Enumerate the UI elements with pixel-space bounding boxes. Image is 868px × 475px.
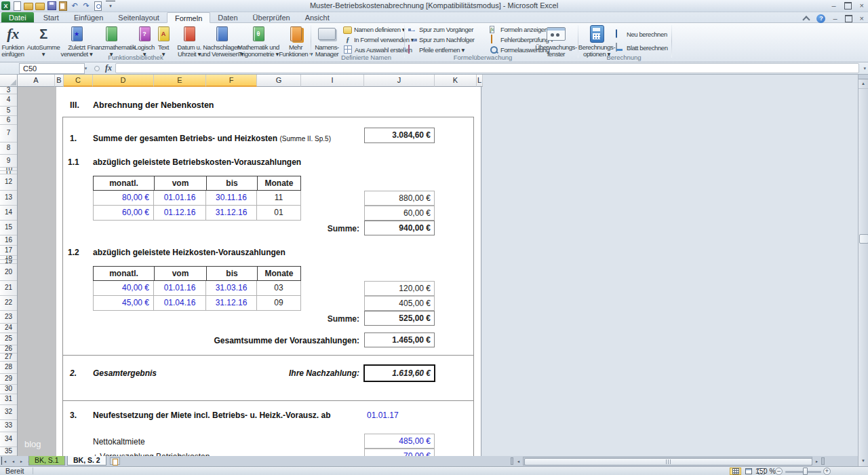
tab-ansicht[interactable]: Ansicht (298, 12, 337, 22)
row-header-14[interactable]: 14 (0, 206, 17, 221)
row-header-28[interactable]: 28 (0, 362, 17, 374)
normal-view-icon[interactable] (730, 468, 741, 475)
row-header-32[interactable]: 32 (0, 405, 17, 420)
row-header-24[interactable]: 24 (0, 324, 17, 333)
row-header-7[interactable]: 7 (0, 125, 17, 142)
workbook-restore-icon[interactable] (845, 15, 852, 22)
cell-hk-monatl-1[interactable]: 40,00 € (94, 281, 154, 295)
cell-hk-vom-2[interactable]: 01.04.16 (154, 296, 206, 310)
remove-arrows-button[interactable]: Pfeile entfernen ▾ (408, 45, 465, 54)
tab-start[interactable]: Start (36, 12, 66, 22)
cell-bk-bis-2[interactable]: 31.12.16 (206, 206, 257, 220)
calculate-now-button[interactable]: Neu berechnen (616, 29, 667, 39)
row-header-29[interactable]: 29 (0, 374, 17, 385)
cell-bk-monatl-1[interactable]: 80,00 € (94, 191, 154, 205)
zoom-in-icon[interactable]: + (823, 468, 831, 475)
cell-hk-bis-1[interactable]: 31.03.16 (206, 281, 257, 295)
tab-einfuegen[interactable]: Einfügen (66, 12, 111, 22)
cell-bk-monatl-2[interactable]: 60,00 € (94, 206, 154, 220)
cell-bk-sum[interactable]: 940,00 € (364, 221, 435, 235)
zoom-out-icon[interactable]: – (775, 468, 783, 475)
open-folder-icon[interactable] (24, 1, 33, 11)
column-header-K[interactable]: K (435, 75, 477, 87)
cell-hk-sum[interactable]: 525,00 € (364, 311, 435, 326)
autosum-button[interactable]: Σ AutoSumme ▾ (27, 24, 60, 60)
zoom-slider-thumb[interactable] (803, 468, 808, 475)
expand-formula-bar-icon[interactable]: ▾ (863, 66, 866, 71)
name-box[interactable]: C50 (19, 63, 85, 74)
row-header-20[interactable]: 20 (0, 264, 17, 281)
minimize-icon[interactable]: – (831, 1, 835, 10)
insert-worksheet-icon[interactable] (110, 457, 120, 465)
scroll-down-icon[interactable]: ▼ (858, 456, 868, 466)
row-header-16[interactable]: 16 (0, 235, 17, 246)
use-in-formula-button[interactable]: ƒ In Formel verwenden ▾ (343, 35, 414, 44)
minimize-ribbon-icon[interactable] (803, 16, 810, 23)
cell-total-prepayments[interactable]: 1.465,00 € (364, 332, 435, 347)
close-icon[interactable]: × (860, 1, 864, 10)
vertical-split-handle[interactable] (859, 75, 868, 79)
cell-vorauszahlung-bk[interactable]: 70,00 € (364, 449, 435, 456)
column-header-D[interactable]: D (93, 75, 154, 87)
print-preview-icon[interactable] (93, 1, 102, 11)
trace-precedents-button[interactable]: → Spur zum Vorgänger (408, 24, 473, 34)
define-name-button[interactable]: Namen definieren ▾ (343, 24, 405, 34)
column-header-I[interactable]: I (301, 75, 364, 87)
row-header-8[interactable]: 8 (0, 142, 17, 155)
tab-seitenlayout[interactable]: Seitenlayout (111, 12, 167, 22)
column-header-B[interactable]: B (55, 75, 64, 87)
cell-result[interactable]: 1.619,60 € (363, 364, 435, 382)
cell-bk-vom-1[interactable]: 01.01.16 (154, 191, 206, 205)
name-box-dropdown-icon[interactable]: ▾ (81, 63, 90, 74)
trace-dependents-button[interactable]: → Spur zum Nachfolger (408, 35, 475, 44)
sheet-tab-bk-s1[interactable]: BK, S.1 (28, 456, 65, 466)
row-header-15[interactable]: 15 (0, 221, 17, 235)
row-header-4[interactable]: 4 (0, 94, 17, 107)
cell-total-costs[interactable]: 3.084,60 € (364, 128, 435, 143)
workbook-minimize-icon[interactable]: – (833, 14, 837, 23)
horizontal-scrollbar[interactable] (523, 457, 812, 466)
insert-function-fx-icon[interactable]: fx (103, 62, 114, 74)
tab-ueberpruefen[interactable]: Überprüfen (245, 12, 298, 22)
cell-hk-monate-1[interactable]: 03 (257, 281, 300, 295)
previous-sheet-icon[interactable]: ◂ (10, 457, 16, 465)
row-header-17[interactable]: 17 (0, 246, 17, 256)
cell-hk-bis-2[interactable]: 31.12.16 (206, 296, 257, 310)
workbook-close-icon[interactable]: × (860, 14, 864, 23)
next-sheet-icon[interactable]: ▸ (18, 457, 24, 465)
row-header-6[interactable]: 6 (0, 116, 17, 125)
insert-function-button[interactable]: fx Funktion einfügen (0, 24, 26, 60)
math-trig-button[interactable]: θ Mathematik und Trigonometrie ▾ (239, 24, 278, 60)
row-header-26[interactable]: 26 (0, 345, 17, 354)
row-header-31[interactable]: 31 (0, 394, 17, 405)
row-header-5[interactable]: 5 (0, 107, 17, 116)
cell-hk-vom-1[interactable]: 01.01.16 (154, 281, 206, 295)
lookup-reference-button[interactable]: Nachschlagen und Verweisen ▾ (203, 24, 240, 60)
calculate-sheet-button[interactable]: Blatt berechnen (616, 43, 668, 52)
customize-qat-icon[interactable]: ▾ (106, 1, 115, 11)
row-header-22[interactable]: 22 (0, 296, 17, 311)
row-header-35[interactable]: 35 (0, 447, 17, 456)
cell-hk-monatl-2[interactable]: 45,00 € (94, 296, 154, 310)
tab-daten[interactable]: Daten (210, 12, 245, 22)
column-header-E[interactable]: E (154, 75, 206, 87)
row-header-12[interactable]: 12 (0, 174, 17, 191)
clipboard-icon[interactable] (58, 1, 68, 11)
row-header-27[interactable]: 27 (0, 354, 17, 362)
first-sheet-icon[interactable]: ◂ (1, 457, 8, 465)
cell-hk-amount-1[interactable]: 120,00 € (364, 281, 435, 296)
cell-hk-amount-2[interactable]: 405,00 € (364, 296, 435, 311)
scroll-left-icon[interactable]: ◂ (515, 457, 522, 466)
horizontal-scrollbar-thumb[interactable] (524, 458, 812, 466)
formula-input[interactable] (115, 63, 859, 73)
horizontal-split-box[interactable] (821, 457, 825, 465)
row-header-30[interactable]: 30 (0, 385, 17, 394)
column-header-F[interactable]: F (206, 75, 257, 87)
vertical-scrollbar-thumb[interactable] (859, 234, 868, 244)
redo-icon[interactable]: ↷ (81, 1, 91, 11)
row-header-25[interactable]: 25 (0, 333, 17, 345)
page-layout-view-icon[interactable] (743, 468, 754, 475)
cell-bk-amount-1[interactable]: 880,00 € (364, 191, 435, 206)
horizontal-split-handle[interactable] (511, 457, 513, 465)
zoom-level[interactable]: 150 % (755, 467, 776, 475)
